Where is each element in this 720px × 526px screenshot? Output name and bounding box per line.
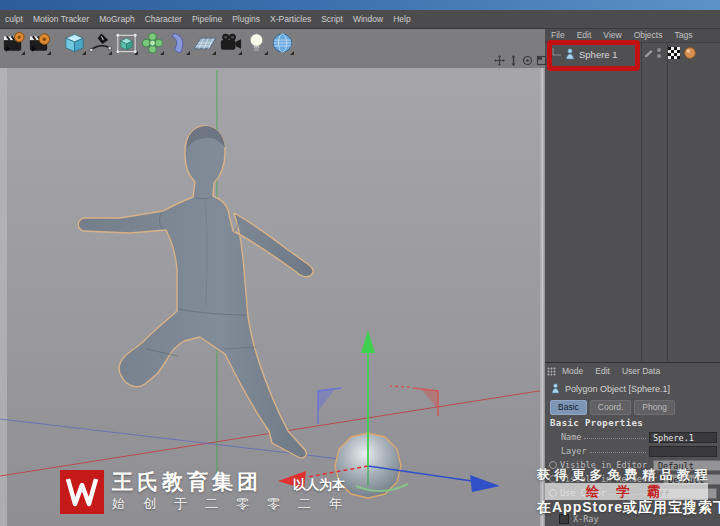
section-title: Basic Properties [550,418,643,428]
render-visibility-dot[interactable] [657,54,661,58]
camera-icon[interactable] [218,30,243,56]
toggle-view-icon[interactable] [536,55,547,66]
attribute-tabs: Basic Coord. Phong [550,400,675,415]
om-menu-file[interactable]: File [545,30,571,40]
promo-watermark-line1: 获得更多免费精品教程 [537,466,712,484]
company-name-watermark: 王氏教育集团 [112,468,262,496]
menu-item-help[interactable]: Help [388,14,415,24]
menu-item-window[interactable]: Window [348,14,388,24]
om-column-divider [667,42,668,362]
tab-basic[interactable]: Basic [550,400,587,415]
rotate-icon[interactable] [522,55,533,66]
sky-icon[interactable] [270,30,295,56]
cube-primitive-icon[interactable] [62,30,87,56]
menu-item-plugins[interactable]: Plugins [227,14,265,24]
main-toolbar [0,28,545,68]
company-subtitle-watermark: 始创于二零零二年 [112,495,360,513]
right-panel: File Edit View Objects Tags Sphere 1 [545,28,720,526]
promo-watermark-band: 绘 学 霸 [545,483,708,500]
tab-phong[interactable]: Phong [634,400,675,415]
attribute-menubar: Mode Edit User Data [547,366,666,376]
viewport-nav-bar [494,55,547,66]
property-row-name: Name Sphere.1 [549,431,717,443]
menu-item-motion-tracker[interactable]: Motion Tracker [28,14,94,24]
om-menu-edit[interactable]: Edit [571,30,598,40]
phong-tag-icon[interactable] [684,47,696,59]
menu-item-script[interactable]: Script [316,14,348,24]
floor-environment-icon[interactable] [192,30,217,56]
company-slogan-watermark: 以人为本 [293,476,345,494]
subdivision-surface-icon[interactable] [114,30,139,56]
render-settings-icon[interactable] [27,30,52,56]
dolly-icon[interactable] [508,55,519,66]
promo-watermark-line3: 在AppStore或应用宝搜索下载 [537,499,720,517]
om-column-divider [641,42,642,362]
company-logo [60,470,104,514]
main-menubar: culpt Motion Tracker MoGraph Character P… [0,10,720,29]
om-menu-tags[interactable]: Tags [668,30,698,40]
deformer-icon[interactable] [166,30,191,56]
annotation-highlight-box [547,40,640,71]
menu-item-sculpt[interactable]: culpt [0,14,28,24]
menu-item-character[interactable]: Character [140,14,187,24]
editor-visibility-dot[interactable] [657,48,661,52]
om-menu-objects[interactable]: Objects [628,30,669,40]
tab-coord[interactable]: Coord. [590,400,632,415]
am-menu-mode[interactable]: Mode [556,366,589,376]
mode-grid-icon[interactable] [547,367,556,376]
viewport-canvas[interactable] [0,0,545,526]
attribute-object-title: Polygon Object [Sphere.1] [550,383,670,394]
menu-item-x-particles[interactable]: X-Particles [265,14,316,24]
object-visibility-column [644,48,661,58]
cinema4d-window: { "menubar": { "items": ["culpt", "Motio… [0,0,720,526]
light-icon[interactable] [244,30,269,56]
om-menu-view[interactable]: View [597,30,627,40]
pencil-icon[interactable] [644,48,654,58]
left-palette-edge [0,68,7,526]
am-menu-edit[interactable]: Edit [589,366,616,376]
name-input[interactable]: Sphere.1 [649,432,717,443]
uvw-tag-icon[interactable] [668,47,680,59]
menu-item-mograph[interactable]: MoGraph [94,14,139,24]
object-manager-tree[interactable]: Sphere 1 [545,42,720,363]
object-tags [668,47,696,59]
property-row-layer: Layer [549,445,717,457]
mograph-cloner-icon[interactable] [140,30,165,56]
layer-input[interactable] [649,446,717,457]
menu-item-pipeline[interactable]: Pipeline [187,14,227,24]
pan-icon[interactable] [494,55,505,66]
brand-watermark: 绘 学 霸 [586,483,667,501]
spline-pen-icon[interactable] [88,30,113,56]
figure-object-icon [550,383,561,394]
render-view-icon[interactable] [1,30,26,56]
am-menu-user-data[interactable]: User Data [616,366,666,376]
viewport-background [0,68,545,526]
